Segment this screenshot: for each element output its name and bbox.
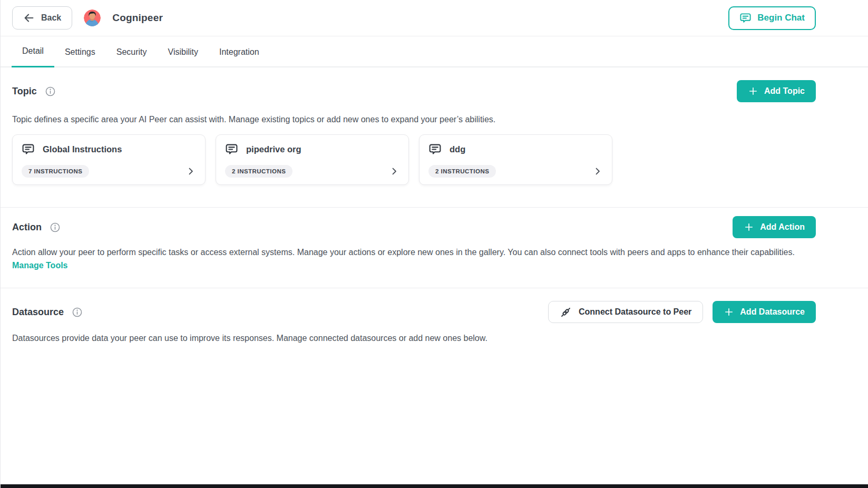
tab-bar: Detail Settings Security Visibility Inte… <box>1 36 868 67</box>
instruction-count-badge: 7 INSTRUCTIONS <box>22 165 89 178</box>
peer-detail-page: Back Cognipeer <box>0 0 868 488</box>
bottom-edge-bar <box>1 484 868 488</box>
peer-avatar <box>84 9 101 26</box>
topic-section-header: Topic Add Topic <box>12 80 816 102</box>
datasource-section: Datasource Connect Datasource to Peer <box>1 301 868 345</box>
tab-detail[interactable]: Detail <box>12 36 54 67</box>
info-icon[interactable] <box>72 307 83 318</box>
begin-chat-label: Begin Chat <box>757 13 805 23</box>
back-button-label: Back <box>41 13 61 23</box>
tab-security[interactable]: Security <box>106 36 158 67</box>
chat-bubble-icon <box>428 143 442 156</box>
topic-card-ddg[interactable]: ddg 2 INSTRUCTIONS <box>419 134 612 185</box>
plus-icon <box>748 86 758 96</box>
topic-card-global-instructions[interactable]: Global Instructions 7 INSTRUCTIONS <box>12 134 206 185</box>
back-button[interactable]: Back <box>12 6 72 30</box>
add-datasource-label: Add Datasource <box>740 307 805 317</box>
topic-card-title: ddg <box>450 144 465 154</box>
action-section-header: Action Add Action <box>12 216 816 238</box>
tab-visibility[interactable]: Visibility <box>158 36 209 67</box>
chat-bubble-icon <box>225 143 238 156</box>
plus-icon <box>724 307 734 317</box>
topic-card-title: pipedrive org <box>246 144 301 154</box>
chevron-right-icon[interactable] <box>389 166 399 177</box>
chevron-right-icon[interactable] <box>592 166 603 177</box>
action-description: Action allow your peer to perform specif… <box>12 246 805 272</box>
add-datasource-button[interactable]: Add Datasource <box>713 301 816 323</box>
instruction-count-badge: 2 INSTRUCTIONS <box>225 165 292 178</box>
connect-datasource-button[interactable]: Connect Datasource to Peer <box>548 301 703 323</box>
header: Back Cognipeer <box>1 0 868 36</box>
topic-card-pipedrive-org[interactable]: pipedrive org 2 INSTRUCTIONS <box>216 134 409 185</box>
tab-integration[interactable]: Integration <box>209 36 270 67</box>
instruction-count-badge: 2 INSTRUCTIONS <box>428 165 496 178</box>
info-icon[interactable] <box>45 86 56 97</box>
section-divider <box>1 207 868 208</box>
topic-description: Topic defines a specific area your AI Pe… <box>12 113 805 126</box>
topic-card-title: Global Instructions <box>43 144 122 154</box>
page-title: Cognipeer <box>112 12 163 24</box>
topic-card-list: Global Instructions 7 INSTRUCTIONS piped… <box>12 134 816 185</box>
add-action-label: Add Action <box>760 222 805 232</box>
datasource-section-header: Datasource Connect Datasource to Peer <box>12 301 816 323</box>
datasource-title: Datasource <box>12 307 64 318</box>
main-content: Topic Add Topic Topic defines a specific… <box>1 80 868 185</box>
add-action-button[interactable]: Add Action <box>733 216 816 238</box>
add-topic-button[interactable]: Add Topic <box>737 80 816 102</box>
arrow-left-icon <box>23 12 35 24</box>
connect-datasource-label: Connect Datasource to Peer <box>579 307 691 317</box>
section-divider <box>1 288 868 288</box>
begin-chat-button[interactable]: Begin Chat <box>728 6 816 30</box>
action-title: Action <box>12 222 42 233</box>
topic-title: Topic <box>12 86 37 97</box>
manage-tools-link[interactable]: Manage Tools <box>12 261 68 270</box>
info-icon[interactable] <box>50 222 61 233</box>
datasource-description: Datasources provide data your peer can u… <box>12 331 805 345</box>
plug-icon <box>560 306 572 318</box>
action-section: Action Add Action Action allow your peer… <box>1 216 868 272</box>
plus-icon <box>744 222 754 232</box>
add-topic-label: Add Topic <box>764 86 805 96</box>
chat-bubble-icon <box>22 143 35 156</box>
chevron-right-icon[interactable] <box>186 166 196 177</box>
chat-bubble-icon <box>739 12 752 24</box>
tab-settings[interactable]: Settings <box>54 36 106 67</box>
